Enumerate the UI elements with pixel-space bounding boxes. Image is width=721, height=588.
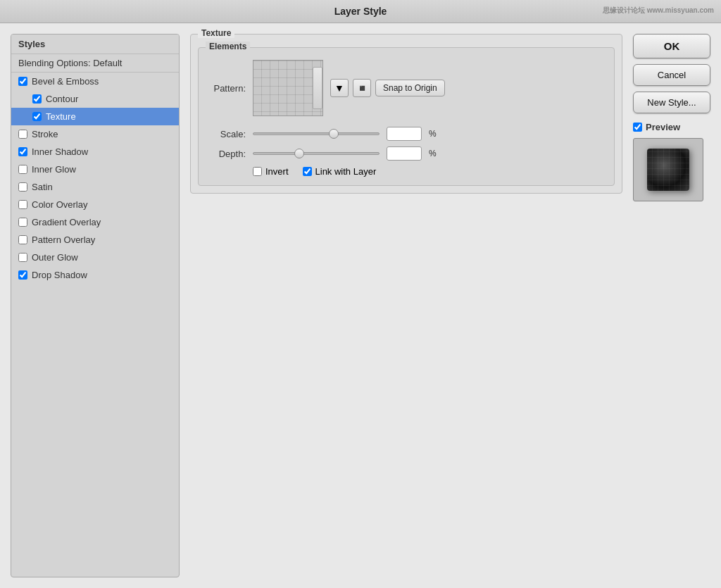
pattern-overlay-checkbox[interactable] (18, 235, 27, 244)
sidebar-item-contour[interactable]: Contour (11, 90, 179, 108)
sidebar-item-gradient-overlay[interactable]: Gradient Overlay (11, 213, 179, 231)
drop-shadow-checkbox[interactable] (18, 270, 27, 280)
satin-label: Satin (32, 182, 53, 192)
sidebar-item-bevel-emboss[interactable]: Bevel & Emboss (11, 73, 179, 90)
texture-checkbox[interactable] (32, 112, 42, 121)
color-overlay-checkbox[interactable] (18, 200, 27, 209)
pattern-overlay-label: Pattern Overlay (32, 234, 95, 245)
texture-section-legend: Texture (198, 28, 234, 38)
dialog-body: Styles Blending Options: Default Bevel &… (0, 23, 721, 588)
depth-value-input[interactable]: +3 (387, 146, 422, 161)
styles-header: Styles (11, 35, 179, 54)
link-with-layer-label: Link with Layer (315, 166, 377, 177)
sidebar-item-outer-glow[interactable]: Outer Glow (11, 249, 179, 266)
stroke-label: Stroke (32, 129, 58, 139)
invert-item[interactable]: Invert (253, 166, 289, 177)
contour-checkbox[interactable] (32, 94, 42, 104)
sidebar-item-inner-glow[interactable]: Inner Glow (11, 161, 179, 178)
preview-checkbox[interactable] (633, 123, 642, 132)
preview-box (633, 138, 703, 201)
inner-shadow-checkbox[interactable] (18, 147, 27, 156)
pattern-options-icon[interactable]: ◾ (353, 79, 371, 97)
blending-options[interactable]: Blending Options: Default (11, 54, 179, 73)
outer-glow-checkbox[interactable] (18, 253, 27, 262)
scale-value-input[interactable]: 100 (387, 127, 422, 141)
depth-row: Depth: +3 % (207, 146, 606, 161)
drop-shadow-label: Drop Shadow (32, 270, 87, 280)
watermark: 思缘设计论坛 www.missyuan.com (603, 6, 714, 15)
pattern-preview-box[interactable] (253, 60, 323, 116)
depth-slider-thumb[interactable] (294, 149, 304, 158)
inner-shadow-label: Inner Shadow (32, 146, 88, 157)
bevel-emboss-checkbox[interactable] (18, 77, 27, 86)
link-with-layer-checkbox[interactable] (303, 167, 312, 176)
layer-style-dialog: Layer Style 思缘设计论坛 www.missyuan.com Styl… (0, 0, 721, 588)
invert-label: Invert (265, 166, 289, 177)
elements-section: Elements Pattern: ▼ ◾ Snap to Origin (198, 47, 615, 186)
invert-checkbox[interactable] (253, 167, 262, 176)
sidebar-item-satin[interactable]: Satin (11, 178, 179, 196)
pattern-buttons: ▼ ◾ Snap to Origin (330, 79, 445, 97)
checkbox-row: Invert Link with Layer (253, 166, 606, 177)
pattern-row: Pattern: ▼ ◾ Snap to Origin (207, 60, 606, 116)
inner-glow-label: Inner Glow (32, 164, 76, 175)
dialog-title: Layer Style (334, 6, 387, 17)
depth-label: Depth: (207, 149, 246, 159)
elements-legend: Elements (206, 42, 250, 51)
sidebar-item-drop-shadow[interactable]: Drop Shadow (11, 266, 179, 284)
gradient-overlay-label: Gradient Overlay (32, 217, 101, 227)
link-with-layer-item[interactable]: Link with Layer (303, 166, 377, 177)
scale-label: Scale: (207, 129, 246, 139)
sidebar-item-stroke[interactable]: Stroke (11, 125, 179, 143)
inner-glow-checkbox[interactable] (18, 165, 27, 174)
title-bar: Layer Style 思缘设计论坛 www.missyuan.com (0, 0, 721, 23)
preview-inner (647, 149, 689, 191)
color-overlay-label: Color Overlay (32, 199, 87, 210)
outer-glow-label: Outer Glow (32, 252, 78, 263)
sidebar-item-inner-shadow[interactable]: Inner Shadow (11, 143, 179, 161)
pattern-scroll-handle[interactable] (313, 67, 322, 109)
texture-section: Texture Elements Pattern: ▼ ◾ Snap (190, 34, 622, 194)
scale-row: Scale: 100 % (207, 127, 606, 141)
scale-slider-track (253, 132, 380, 135)
center-panel: Texture Elements Pattern: ▼ ◾ Snap (190, 34, 622, 577)
satin-checkbox[interactable] (18, 182, 27, 192)
depth-slider-track (253, 152, 380, 155)
gradient-overlay-checkbox[interactable] (18, 218, 27, 227)
sidebar-item-texture[interactable]: Texture (11, 108, 179, 125)
bevel-emboss-label: Bevel & Emboss (32, 76, 99, 87)
preview-label-row: Preview (633, 122, 710, 132)
stroke-checkbox[interactable] (18, 130, 27, 139)
ok-button[interactable]: OK (633, 34, 710, 58)
snap-to-origin-button[interactable]: Snap to Origin (375, 80, 445, 96)
pattern-label: Pattern: (207, 83, 246, 94)
scale-slider-thumb[interactable] (329, 129, 339, 139)
sidebar-item-color-overlay[interactable]: Color Overlay (11, 196, 179, 213)
preview-label: Preview (646, 122, 680, 132)
cancel-button[interactable]: Cancel (633, 64, 710, 86)
depth-percent: % (429, 149, 437, 158)
texture-label: Texture (46, 111, 76, 122)
new-style-button[interactable]: New Style... (633, 92, 710, 113)
pattern-dropdown-icon[interactable]: ▼ (330, 79, 349, 97)
sidebar-item-pattern-overlay[interactable]: Pattern Overlay (11, 231, 179, 249)
scale-slider-container (253, 127, 380, 141)
depth-slider-container (253, 146, 380, 161)
right-panel: OK Cancel New Style... Preview (633, 34, 710, 577)
left-panel: Styles Blending Options: Default Bevel &… (11, 34, 180, 577)
contour-label: Contour (46, 94, 78, 104)
scale-percent: % (429, 129, 437, 139)
